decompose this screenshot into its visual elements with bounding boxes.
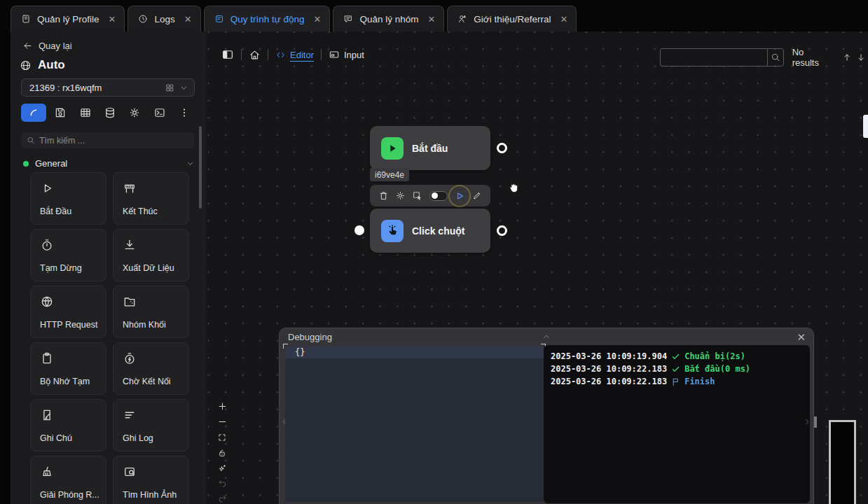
canvas-search-input[interactable]	[666, 49, 762, 66]
debug-panel-header[interactable]: Debugging ✕	[280, 328, 813, 346]
check-icon	[671, 352, 680, 361]
database-button[interactable]	[99, 104, 120, 122]
search-prev-button[interactable]	[840, 51, 854, 64]
close-icon[interactable]: ✕	[314, 14, 322, 24]
zoom-in-button[interactable]	[215, 400, 229, 412]
terminal-icon	[153, 106, 166, 119]
grid-apps-icon	[165, 83, 174, 92]
canvas-minimap[interactable]	[829, 420, 856, 504]
block-label: Xuất Dữ Liệu	[123, 263, 174, 273]
node-label: Bắt đầu	[412, 143, 448, 154]
more-options-button[interactable]	[174, 104, 195, 122]
close-panel-button[interactable]: ✕	[797, 331, 806, 344]
flow-editor-button[interactable]	[21, 104, 46, 122]
tab-label: Giới thiệu/Referral	[474, 14, 551, 24]
collapse-panel-button[interactable]	[542, 332, 551, 341]
start-node-output-port[interactable]	[497, 143, 507, 153]
chevron-down-icon	[179, 83, 188, 92]
close-icon[interactable]: ✕	[427, 14, 435, 24]
back-button[interactable]: Quay lại	[22, 41, 72, 51]
note-icon	[40, 408, 54, 422]
globe-icon	[40, 295, 54, 309]
tab-automation[interactable]: Quy trình tự động ✕	[204, 6, 331, 31]
block-card-bat-dau[interactable]: Bắt Đầu	[30, 172, 106, 225]
node-start[interactable]: Bắt đầu	[370, 126, 490, 170]
block-card-http-request[interactable]: HTTP Request	[30, 286, 106, 338]
block-card-bo-nho-tam[interactable]: Bộ Nhớ Tạm	[30, 342, 106, 395]
tab-input[interactable]: Input	[329, 49, 364, 60]
start-node-icon-box	[381, 137, 404, 160]
profile-selector[interactable]: 21369 : rx16wqfm	[21, 78, 195, 97]
gear-icon	[128, 106, 141, 119]
debug-log-output[interactable]: 2025-03-26 10:09:19.904 Chuẩn bị(2s) 202…	[544, 345, 810, 503]
tab-editor[interactable]: Editor	[275, 50, 314, 60]
flag-icon	[671, 377, 680, 386]
click-node-output-port[interactable]	[497, 225, 507, 236]
tab-group-manager[interactable]: Quản lý nhóm ✕	[333, 6, 444, 31]
run-node-button[interactable]	[454, 190, 465, 202]
kebab-menu-icon	[178, 106, 191, 119]
auto-arrange-button[interactable]	[215, 462, 229, 474]
log-timestamp: 2025-03-26 10:09:19.904	[551, 351, 667, 361]
delete-node-button[interactable]	[378, 190, 389, 201]
block-search[interactable]	[21, 132, 195, 148]
table-button[interactable]	[75, 104, 96, 122]
block-card-ghi-log[interactable]: Ghi Log	[113, 399, 189, 451]
node-action-toolbar	[370, 185, 490, 206]
image-search-icon	[123, 465, 137, 479]
close-icon[interactable]: ✕	[184, 14, 192, 24]
block-card-nhom-khoi[interactable]: Nhóm Khối	[113, 286, 189, 338]
lock-canvas-button[interactable]	[215, 447, 229, 458]
tab-referral[interactable]: Giới thiệu/Referral ✕	[447, 6, 577, 31]
block-label: Kết Thúc	[123, 206, 158, 216]
tab-bar: Quản lý Profile ✕ Logs ✕ Quy trình tự độ…	[11, 6, 577, 31]
edit-node-button[interactable]	[471, 190, 482, 201]
log-message: Finish	[684, 377, 715, 386]
gear-icon	[395, 190, 406, 201]
save-button[interactable]	[50, 104, 71, 122]
search-next-button[interactable]	[854, 51, 868, 64]
panel-left-collapse-button[interactable]	[280, 418, 288, 426]
canvas-toolbar: Editor Input	[221, 48, 364, 61]
block-card-xuat-du-lieu[interactable]: Xuất Dữ Liệu	[113, 229, 189, 281]
block-card-giai-phong-ram[interactable]: Giải Phóng R...	[30, 456, 106, 504]
canvas-scrollbar-thumb[interactable]	[863, 115, 868, 138]
pencil-icon	[471, 190, 482, 201]
search-submit-button[interactable]	[767, 48, 784, 66]
sidebar-scrollbar[interactable]	[199, 126, 202, 209]
node-click-mouse[interactable]: Click chuột	[370, 209, 490, 253]
search-input[interactable]	[39, 136, 189, 146]
tab-profile-manager[interactable]: Quản lý Profile ✕	[11, 6, 125, 31]
settings-button[interactable]	[124, 104, 145, 122]
debug-json-editor[interactable]: {}	[285, 346, 544, 502]
run-highlight-ring	[448, 185, 471, 207]
undo-button[interactable]	[215, 477, 229, 489]
block-card-cho-ket-noi[interactable]: Chờ Kết Nối	[113, 342, 189, 395]
block-card-tim-hinh-anh[interactable]: Tìm Hình Ảnh	[113, 456, 189, 504]
workflow-icon	[214, 14, 224, 24]
fit-view-button[interactable]	[215, 431, 229, 443]
finish-gate-icon	[123, 181, 137, 195]
close-icon[interactable]: ✕	[560, 14, 568, 24]
block-label: Tìm Hình Ảnh	[123, 490, 177, 500]
click-node-input-port[interactable]	[354, 225, 364, 235]
log-scrollbar[interactable]	[814, 416, 817, 428]
terminal-button[interactable]	[149, 104, 170, 122]
redo-button[interactable]	[215, 493, 229, 504]
panel-right-collapse-button[interactable]	[804, 418, 811, 426]
close-icon[interactable]: ✕	[109, 14, 116, 24]
panel-toggle-button[interactable]	[221, 48, 234, 61]
zoom-controls	[215, 400, 229, 504]
block-card-tam-dung[interactable]: Tạm Dừng	[30, 229, 106, 281]
toggle-enable-button[interactable]	[429, 191, 448, 201]
zoom-out-button[interactable]	[215, 416, 229, 428]
select-area-button[interactable]	[412, 190, 423, 202]
flow-canvas[interactable]: Editor Input No results Bắt đầu i69ve4e	[207, 31, 868, 504]
block-card-ghi-chu[interactable]: Ghi Chú	[30, 399, 106, 451]
node-settings-button[interactable]	[395, 190, 406, 201]
divider	[268, 49, 268, 60]
block-card-ket-thuc[interactable]: Kết Thúc	[113, 172, 189, 225]
tab-logs[interactable]: Logs ✕	[128, 6, 200, 31]
section-general[interactable]: General	[23, 158, 195, 169]
home-button[interactable]	[249, 49, 261, 61]
